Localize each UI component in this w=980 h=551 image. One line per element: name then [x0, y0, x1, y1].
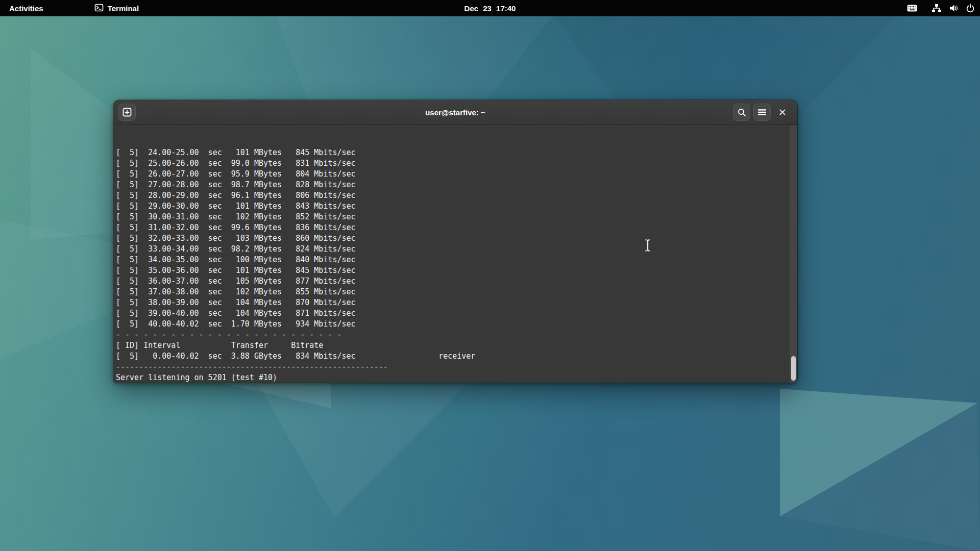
terminal-line: [ 5] 24.00-25.00 sec 101 MBytes 845 Mbit… — [116, 147, 797, 158]
terminal-line: ----------------------------------------… — [116, 362, 797, 372]
terminal-line: [ 5] 40.00-40.02 sec 1.70 MBytes 934 Mbi… — [116, 319, 797, 330]
terminal-line: [ 5] 0.00-40.02 sec 3.88 GBytes 834 Mbit… — [116, 351, 797, 362]
app-menu-button[interactable]: Terminal — [88, 0, 145, 16]
close-icon — [779, 109, 786, 116]
terminal-line: [ 5] 34.00-35.00 sec 100 MBytes 840 Mbit… — [116, 255, 797, 265]
terminal-line: Server listening on 5201 (test #10) — [116, 372, 797, 383]
terminal-line: [ 5] 29.00-30.00 sec 101 MBytes 843 Mbit… — [116, 201, 797, 212]
app-menu-label: Terminal — [108, 4, 139, 13]
system-status-area[interactable] — [907, 0, 975, 16]
terminal-line: [ 5] 32.00-33.00 sec 103 MBytes 860 Mbit… — [116, 233, 797, 244]
activities-button[interactable]: Activities — [0, 0, 53, 16]
titlebar-controls — [733, 104, 791, 121]
terminal-app-icon — [94, 3, 104, 14]
scrollbar-track[interactable] — [790, 126, 797, 383]
terminal-line: [ 5] 27.00-28.00 sec 98.7 MBytes 828 Mbi… — [116, 180, 797, 190]
terminal-line: [ 5] 28.00-29.00 sec 96.1 MBytes 806 Mbi… — [116, 190, 797, 201]
top-bar: Activities Terminal Dec 23 17:40 — [0, 0, 980, 16]
terminal-line: [ 5] 35.00-36.00 sec 101 MBytes 845 Mbit… — [116, 265, 797, 276]
search-button[interactable] — [733, 104, 750, 121]
power-icon — [966, 4, 975, 13]
terminal-window: user@starfive: ~ — [113, 100, 797, 383]
terminal-line: [ 5] 39.00-40.00 sec 104 MBytes 871 Mbit… — [116, 308, 797, 319]
terminal-line: [ 5] 31.00-32.00 sec 99.6 MBytes 836 Mbi… — [116, 222, 797, 233]
volume-icon — [949, 4, 959, 13]
activities-label: Activities — [9, 4, 43, 13]
keyboard-icon — [907, 5, 917, 12]
terminal-screen[interactable]: [ 5] 24.00-25.00 sec 101 MBytes 845 Mbit… — [113, 126, 797, 383]
terminal-line: [ 5] 33.00-34.00 sec 98.2 MBytes 824 Mbi… — [116, 244, 797, 255]
clock[interactable]: Dec 23 17:40 — [0, 0, 980, 16]
new-tab-button[interactable] — [118, 104, 136, 121]
terminal-line: [ 5] 36.00-37.00 sec 105 MBytes 877 Mbit… — [116, 276, 797, 287]
window-title: user@starfive: ~ — [113, 100, 797, 125]
hamburger-menu-button[interactable] — [753, 104, 771, 121]
network-wired-icon — [932, 4, 942, 13]
terminal-line: [ 5] 30.00-31.00 sec 102 MBytes 852 Mbit… — [116, 212, 797, 222]
close-button[interactable] — [774, 104, 791, 121]
window-titlebar[interactable]: user@starfive: ~ — [113, 100, 797, 125]
terminal-line: [ ID] Interval Transfer Bitrate — [116, 340, 797, 351]
terminal-line: - - - - - - - - - - - - - - - - - - - - … — [116, 330, 797, 340]
terminal-line: [ 5] 25.00-26.00 sec 99.0 MBytes 831 Mbi… — [116, 158, 797, 169]
search-icon — [737, 108, 746, 117]
hamburger-menu-icon — [757, 108, 767, 116]
top-bar-left: Activities Terminal — [0, 0, 145, 16]
new-tab-icon — [122, 107, 132, 117]
terminal-line: [ 5] 26.00-27.00 sec 95.9 MBytes 804 Mbi… — [116, 169, 797, 180]
terminal-output: [ 5] 24.00-25.00 sec 101 MBytes 845 Mbit… — [116, 147, 797, 383]
terminal-line: [ 5] 38.00-39.00 sec 104 MBytes 870 Mbit… — [116, 297, 797, 308]
terminal-line: [ 5] 37.00-38.00 sec 102 MBytes 855 Mbit… — [116, 287, 797, 297]
scrollbar-thumb[interactable] — [791, 356, 796, 381]
